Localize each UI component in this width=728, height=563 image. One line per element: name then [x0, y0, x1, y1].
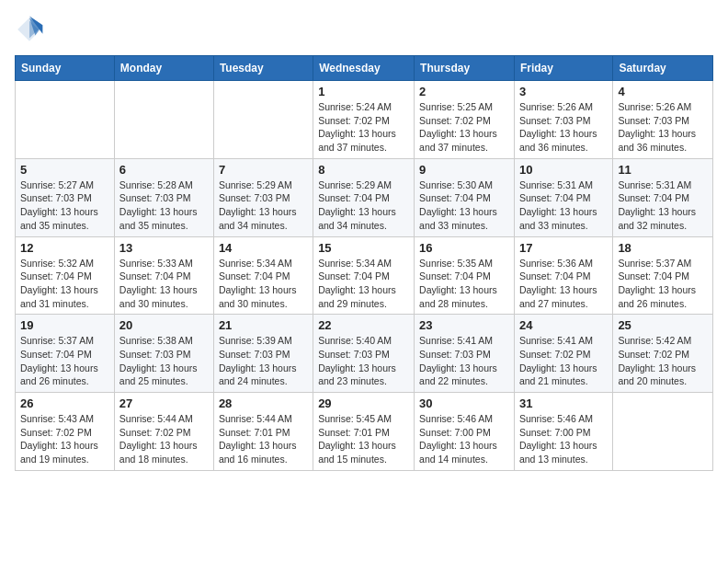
- day-number: 23: [419, 318, 509, 332]
- day-info: Sunrise: 5:41 AM Sunset: 7:03 PM Dayligh…: [419, 334, 509, 388]
- col-header-monday: Monday: [114, 56, 213, 81]
- calendar-cell: [213, 81, 313, 159]
- calendar-cell: 19Sunrise: 5:37 AM Sunset: 7:04 PM Dayli…: [16, 315, 115, 393]
- calendar-cell: 27Sunrise: 5:44 AM Sunset: 7:02 PM Dayli…: [114, 393, 213, 471]
- calendar-cell: 18Sunrise: 5:37 AM Sunset: 7:04 PM Dayli…: [613, 236, 713, 315]
- calendar-cell: 22Sunrise: 5:40 AM Sunset: 7:03 PM Dayli…: [313, 315, 415, 393]
- day-number: 31: [519, 396, 608, 410]
- col-header-saturday: Saturday: [613, 56, 713, 81]
- calendar-cell: 26Sunrise: 5:43 AM Sunset: 7:02 PM Dayli…: [16, 393, 115, 471]
- day-number: 10: [519, 163, 608, 177]
- day-number: 26: [20, 396, 109, 410]
- day-info: Sunrise: 5:44 AM Sunset: 7:01 PM Dayligh…: [219, 412, 308, 466]
- day-number: 11: [618, 163, 708, 177]
- calendar-cell: 30Sunrise: 5:46 AM Sunset: 7:00 PM Dayli…: [415, 393, 515, 471]
- day-info: Sunrise: 5:45 AM Sunset: 7:01 PM Dayligh…: [318, 412, 409, 466]
- calendar-week-row: 26Sunrise: 5:43 AM Sunset: 7:02 PM Dayli…: [16, 393, 713, 471]
- day-info: Sunrise: 5:29 AM Sunset: 7:03 PM Dayligh…: [219, 178, 308, 233]
- day-info: Sunrise: 5:24 AM Sunset: 7:02 PM Dayligh…: [318, 100, 409, 155]
- day-info: Sunrise: 5:31 AM Sunset: 7:04 PM Dayligh…: [618, 178, 708, 233]
- day-info: Sunrise: 5:38 AM Sunset: 7:03 PM Dayligh…: [119, 334, 209, 388]
- day-number: 1: [318, 85, 409, 98]
- calendar-week-row: 5Sunrise: 5:27 AM Sunset: 7:03 PM Daylig…: [16, 158, 713, 236]
- day-info: Sunrise: 5:26 AM Sunset: 7:03 PM Dayligh…: [618, 100, 708, 155]
- day-info: Sunrise: 5:29 AM Sunset: 7:04 PM Dayligh…: [318, 178, 409, 233]
- day-number: 14: [219, 241, 308, 255]
- day-number: 6: [119, 163, 209, 177]
- calendar-cell: 20Sunrise: 5:38 AM Sunset: 7:03 PM Dayli…: [114, 315, 213, 393]
- day-number: 2: [419, 85, 509, 98]
- calendar-cell: 12Sunrise: 5:32 AM Sunset: 7:04 PM Dayli…: [16, 236, 115, 315]
- col-header-tuesday: Tuesday: [213, 56, 313, 81]
- col-header-thursday: Thursday: [415, 56, 515, 81]
- calendar-cell: [613, 393, 713, 471]
- day-info: Sunrise: 5:42 AM Sunset: 7:02 PM Dayligh…: [618, 334, 708, 388]
- calendar-cell: 3Sunrise: 5:26 AM Sunset: 7:03 PM Daylig…: [514, 81, 612, 159]
- day-number: 30: [419, 396, 509, 410]
- day-number: 22: [318, 318, 409, 332]
- calendar-cell: [16, 81, 115, 159]
- day-info: Sunrise: 5:41 AM Sunset: 7:02 PM Dayligh…: [519, 334, 608, 388]
- calendar-cell: 15Sunrise: 5:34 AM Sunset: 7:04 PM Dayli…: [313, 236, 415, 315]
- day-number: 19: [20, 318, 109, 332]
- day-info: Sunrise: 5:33 AM Sunset: 7:04 PM Dayligh…: [119, 257, 209, 311]
- day-number: 21: [219, 318, 308, 332]
- col-header-friday: Friday: [514, 56, 612, 81]
- calendar-cell: 17Sunrise: 5:36 AM Sunset: 7:04 PM Dayli…: [514, 236, 612, 315]
- page-header: [15, 15, 713, 44]
- calendar-week-row: 1Sunrise: 5:24 AM Sunset: 7:02 PM Daylig…: [16, 81, 713, 159]
- calendar-header-row: SundayMondayTuesdayWednesdayThursdayFrid…: [16, 56, 713, 81]
- col-header-wednesday: Wednesday: [313, 56, 415, 81]
- day-info: Sunrise: 5:40 AM Sunset: 7:03 PM Dayligh…: [318, 334, 409, 388]
- day-number: 7: [219, 163, 308, 177]
- day-number: 12: [20, 241, 109, 255]
- day-number: 9: [419, 163, 509, 177]
- calendar-cell: 9Sunrise: 5:30 AM Sunset: 7:04 PM Daylig…: [415, 158, 515, 236]
- day-number: 17: [519, 241, 608, 255]
- day-number: 25: [618, 318, 708, 332]
- calendar-cell: 16Sunrise: 5:35 AM Sunset: 7:04 PM Dayli…: [415, 236, 515, 315]
- calendar-cell: 6Sunrise: 5:28 AM Sunset: 7:03 PM Daylig…: [114, 158, 213, 236]
- day-number: 5: [20, 163, 109, 177]
- calendar-cell: 24Sunrise: 5:41 AM Sunset: 7:02 PM Dayli…: [514, 315, 612, 393]
- logo-icon: [15, 15, 44, 44]
- day-info: Sunrise: 5:46 AM Sunset: 7:00 PM Dayligh…: [519, 412, 608, 466]
- day-info: Sunrise: 5:46 AM Sunset: 7:00 PM Dayligh…: [419, 412, 509, 466]
- calendar-cell: 28Sunrise: 5:44 AM Sunset: 7:01 PM Dayli…: [213, 393, 313, 471]
- calendar-cell: 10Sunrise: 5:31 AM Sunset: 7:04 PM Dayli…: [514, 158, 612, 236]
- calendar-cell: 31Sunrise: 5:46 AM Sunset: 7:00 PM Dayli…: [514, 393, 612, 471]
- calendar-cell: 13Sunrise: 5:33 AM Sunset: 7:04 PM Dayli…: [114, 236, 213, 315]
- calendar-cell: [114, 81, 213, 159]
- day-number: 28: [219, 396, 308, 410]
- calendar-cell: 11Sunrise: 5:31 AM Sunset: 7:04 PM Dayli…: [613, 158, 713, 236]
- calendar-cell: 1Sunrise: 5:24 AM Sunset: 7:02 PM Daylig…: [313, 81, 415, 159]
- calendar-cell: 5Sunrise: 5:27 AM Sunset: 7:03 PM Daylig…: [16, 158, 115, 236]
- calendar-cell: 2Sunrise: 5:25 AM Sunset: 7:02 PM Daylig…: [415, 81, 515, 159]
- day-info: Sunrise: 5:34 AM Sunset: 7:04 PM Dayligh…: [219, 257, 308, 311]
- day-number: 29: [318, 396, 409, 410]
- calendar-cell: 23Sunrise: 5:41 AM Sunset: 7:03 PM Dayli…: [415, 315, 515, 393]
- calendar-table: SundayMondayTuesdayWednesdayThursdayFrid…: [15, 55, 713, 471]
- calendar-cell: 4Sunrise: 5:26 AM Sunset: 7:03 PM Daylig…: [613, 81, 713, 159]
- day-number: 16: [419, 241, 509, 255]
- day-number: 15: [318, 241, 409, 255]
- day-info: Sunrise: 5:27 AM Sunset: 7:03 PM Dayligh…: [20, 178, 109, 233]
- day-number: 3: [519, 85, 608, 98]
- day-info: Sunrise: 5:31 AM Sunset: 7:04 PM Dayligh…: [519, 178, 608, 233]
- calendar-week-row: 12Sunrise: 5:32 AM Sunset: 7:04 PM Dayli…: [16, 236, 713, 315]
- calendar-cell: 7Sunrise: 5:29 AM Sunset: 7:03 PM Daylig…: [213, 158, 313, 236]
- calendar-cell: 8Sunrise: 5:29 AM Sunset: 7:04 PM Daylig…: [313, 158, 415, 236]
- day-info: Sunrise: 5:34 AM Sunset: 7:04 PM Dayligh…: [318, 257, 409, 311]
- day-info: Sunrise: 5:37 AM Sunset: 7:04 PM Dayligh…: [20, 334, 109, 388]
- day-number: 27: [119, 396, 209, 410]
- day-info: Sunrise: 5:43 AM Sunset: 7:02 PM Dayligh…: [20, 412, 109, 466]
- day-info: Sunrise: 5:44 AM Sunset: 7:02 PM Dayligh…: [119, 412, 209, 466]
- day-info: Sunrise: 5:25 AM Sunset: 7:02 PM Dayligh…: [419, 100, 509, 155]
- day-number: 8: [318, 163, 409, 177]
- day-info: Sunrise: 5:35 AM Sunset: 7:04 PM Dayligh…: [419, 257, 509, 311]
- day-info: Sunrise: 5:36 AM Sunset: 7:04 PM Dayligh…: [519, 257, 608, 311]
- day-number: 4: [618, 85, 708, 98]
- day-info: Sunrise: 5:28 AM Sunset: 7:03 PM Dayligh…: [119, 178, 209, 233]
- day-info: Sunrise: 5:30 AM Sunset: 7:04 PM Dayligh…: [419, 178, 509, 233]
- col-header-sunday: Sunday: [16, 56, 115, 81]
